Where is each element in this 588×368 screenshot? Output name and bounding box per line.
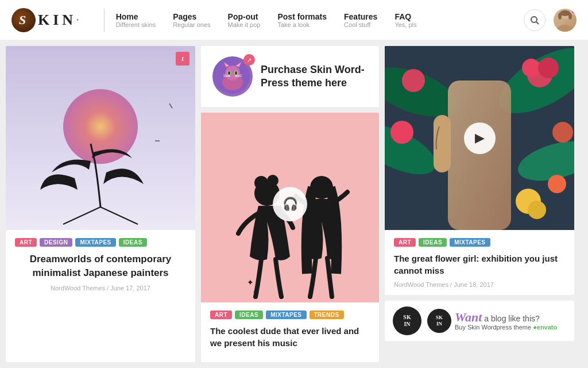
- tag-mixtapes-video[interactable]: MIXTAPES: [450, 238, 490, 247]
- nav-faq[interactable]: FAQ Yes, pls: [394, 12, 416, 28]
- card1-body: ART DESIGN MIXTAPES IDEAS Dreamworlds of…: [6, 230, 195, 362]
- svg-point-0: [531, 17, 537, 22]
- video-meta: NordWood Themes / June 18, 2017: [394, 281, 565, 288]
- banner-text: Want a blog like this? Buy Skin Wordpres…: [455, 311, 557, 331]
- music-title[interactable]: The coolest dude that ever lived and we …: [210, 325, 370, 349]
- pin-badge: f: [176, 52, 189, 66]
- japanese-art-svg: [6, 46, 195, 230]
- tag-art-music[interactable]: ART: [210, 310, 232, 319]
- envato-text: ●envato: [533, 324, 557, 331]
- video-tags: ART IDEAS MIXTAPES: [394, 238, 565, 247]
- banner-logo-circle: SKIN: [427, 309, 451, 333]
- svg-point-6: [558, 13, 562, 20]
- tag-art-video[interactable]: ART: [394, 238, 416, 247]
- card1-tags: ART DESIGN MIXTAPES IDEAS: [15, 238, 186, 247]
- site-header: S KIN• Home Different skins Pages Regula…: [0, 0, 588, 40]
- headphone-icon: 🎧: [273, 187, 307, 221]
- site-logo[interactable]: S KIN•: [11, 8, 81, 32]
- promo-text[interactable]: Purchase Skin Word-Press theme here: [261, 63, 368, 90]
- video-overlay: ▶: [385, 46, 574, 230]
- external-link-icon: ↗: [243, 54, 255, 66]
- nav-features[interactable]: Features Cool stuff: [344, 12, 377, 28]
- banner-blog-text: a blog like this?: [484, 314, 540, 323]
- logo-icon: S: [11, 8, 36, 32]
- video-title[interactable]: The great flower girl: exhibition you ju…: [394, 252, 565, 277]
- video-body: ART IDEAS MIXTAPES The great flower girl…: [385, 230, 574, 295]
- tag-ideas-music[interactable]: IDEAS: [235, 310, 263, 319]
- video-card: ▶ ART IDEAS MIXTAPES The great flower gi…: [385, 46, 574, 295]
- tag-art[interactable]: ART: [15, 238, 37, 247]
- nav-popout[interactable]: Pop-out Make it pop: [228, 12, 261, 28]
- svg-point-3: [557, 25, 573, 32]
- card1-title[interactable]: Dreamworlds of contemporary minimalist J…: [15, 252, 186, 280]
- svg-point-33: [267, 175, 278, 186]
- svg-point-16: [225, 66, 240, 80]
- banner-sub-text: Buy Skin Wordpress theme ●envato: [455, 324, 557, 331]
- music-tags: ART IDEAS MIXTAPES TRENDS: [210, 310, 370, 319]
- tag-mixtapes-music[interactable]: MIXTAPES: [266, 310, 306, 319]
- banner-content: SKIN Want a blog like this? Buy Skin Wor…: [427, 309, 557, 333]
- middle-column: ↗ Purchase Skin Word-Press theme here: [201, 46, 379, 362]
- card-japanese-painters: f ART DESIGN MIXTAPES IDEAS Dreamworlds …: [6, 46, 195, 362]
- header-actions: [524, 9, 577, 32]
- promo-card[interactable]: ↗ Purchase Skin Word-Press theme here: [201, 46, 379, 107]
- banner-want-text: Want: [455, 310, 482, 324]
- music-body: ART IDEAS MIXTAPES TRENDS The coolest du…: [201, 302, 379, 361]
- svg-point-24: [235, 71, 237, 75]
- tag-ideas[interactable]: IDEAS: [119, 238, 147, 247]
- header-divider: [104, 9, 105, 32]
- logo-dot: •: [76, 17, 81, 23]
- tag-design[interactable]: DESIGN: [40, 238, 72, 247]
- promo-avatar: ↗: [212, 56, 253, 97]
- tag-mixtapes[interactable]: MIXTAPES: [75, 238, 115, 247]
- banner-logo: SKIN SK IN: [393, 306, 421, 335]
- svg-text:✦: ✦: [247, 278, 254, 287]
- cat-illustration: [215, 59, 250, 94]
- search-button[interactable]: [524, 9, 546, 31]
- video-thumbnail: ▶: [385, 46, 574, 230]
- nav-home[interactable]: Home Different skins: [116, 12, 156, 28]
- user-avatar[interactable]: [554, 9, 577, 32]
- svg-text:✦: ✦: [253, 289, 257, 295]
- svg-point-23: [229, 71, 230, 75]
- main-nav: Home Different skins Pages Regular ones …: [116, 12, 524, 28]
- play-button[interactable]: ▶: [464, 122, 496, 154]
- search-icon: [530, 16, 539, 25]
- nav-post-formats[interactable]: Post formats Take a look: [277, 12, 327, 28]
- tag-ideas-video[interactable]: IDEAS: [419, 238, 447, 247]
- tag-trends-music[interactable]: TRENDS: [310, 310, 344, 319]
- music-card: ✦ ✦ 🎧: [201, 113, 379, 362]
- svg-point-32: [254, 176, 268, 190]
- promo-banner[interactable]: SKIN SK IN SKIN Want a blog like thi: [385, 301, 574, 341]
- svg-point-25: [231, 75, 234, 77]
- right-column: ▶ ART IDEAS MIXTAPES The great flower gi…: [385, 46, 574, 362]
- logo-text: KIN: [38, 12, 76, 29]
- nav-pages[interactable]: Pages Regular ones: [173, 12, 210, 28]
- main-content: f ART DESIGN MIXTAPES IDEAS Dreamworlds …: [0, 40, 588, 368]
- banner-want-row: Want a blog like this?: [455, 311, 557, 324]
- music-image: ✦ ✦ 🎧: [201, 113, 379, 302]
- notification-dot: [571, 9, 576, 14]
- svg-line-1: [536, 22, 539, 24]
- card1-image: f: [6, 46, 195, 230]
- card1-meta: NordWood Themes / June 17, 2017: [15, 285, 186, 292]
